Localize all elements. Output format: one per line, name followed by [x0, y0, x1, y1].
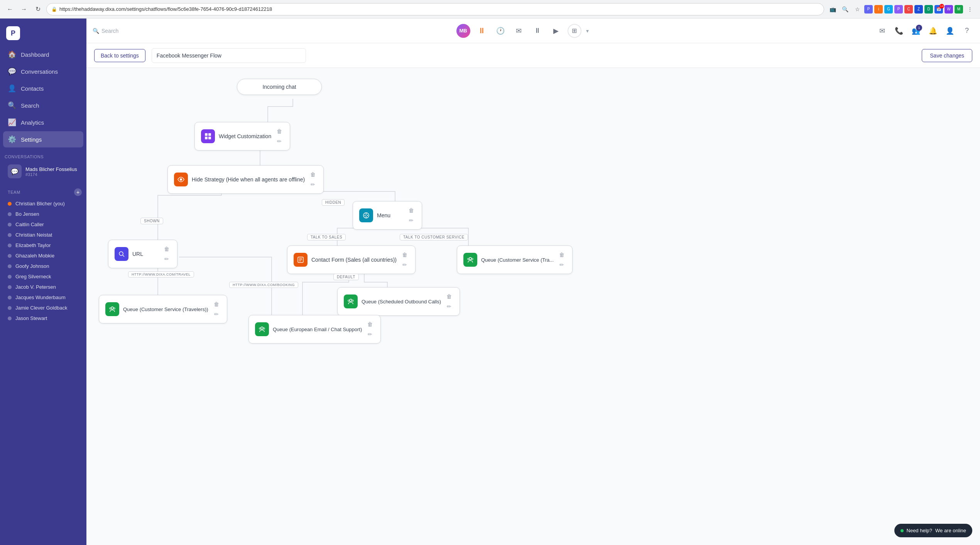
node-queue-cs-travelers-right[interactable]: Queue (Customer Service (Tra... 🗑 ✏: [457, 245, 573, 274]
team-icon-button[interactable]: 👥 1: [909, 24, 923, 38]
status-icon-button[interactable]: ⏸: [475, 24, 489, 38]
node-edit-button[interactable]: ✏: [445, 302, 453, 311]
sidebar-item-dashboard[interactable]: 🏠 Dashboard: [3, 46, 83, 63]
team-member-christian-n[interactable]: Christian Neistat: [0, 230, 86, 240]
back-to-settings-button[interactable]: Back to settings: [94, 49, 145, 62]
edge-label-hidden: HIDDEN: [322, 199, 345, 206]
forward-button[interactable]: →: [19, 4, 29, 15]
ext-5[interactable]: C: [904, 5, 913, 14]
team-member-christian[interactable]: Christian Blicher (you): [0, 198, 86, 209]
node-actions: 🗑 ✏: [162, 245, 171, 263]
sidebar-item-conversations[interactable]: 💬 Conversations: [3, 63, 83, 80]
svg-point-6: [365, 215, 366, 216]
node-contact-form[interactable]: Contact Form (Sales (all countries)) 🗑 ✏: [287, 245, 416, 274]
node-edit-button[interactable]: ✏: [407, 216, 416, 225]
svg-point-18: [471, 258, 473, 260]
node-widget-customization[interactable]: Widget Customization 🗑 ✏: [194, 122, 290, 151]
ext-2[interactable]: i: [874, 5, 883, 14]
node-queue-cs-travelers-left[interactable]: Queue (Customer Service (Travelers)) 🗑 ✏: [99, 295, 227, 323]
status-dot-offline: [8, 285, 12, 289]
node-queue-scheduled[interactable]: Queue (Scheduled Outbound Calls) 🗑 ✏: [337, 287, 460, 316]
node-label: Widget Customization: [219, 133, 271, 139]
team-member-jacques[interactable]: Jacques Wunderbaum: [0, 292, 86, 303]
back-button[interactable]: ←: [5, 4, 15, 15]
conversation-item-mads[interactable]: 💬 Mads Blicher Fosselius #3174: [3, 161, 83, 181]
cast-icon[interactable]: 📺: [827, 4, 838, 15]
node-label: Queue (Customer Service (Tra...: [481, 257, 554, 263]
star-icon[interactable]: ☆: [852, 4, 863, 15]
node-edit-button[interactable]: ✏: [309, 180, 317, 189]
search-icon-browser[interactable]: 🔍: [840, 4, 850, 15]
more-icon[interactable]: ⊞: [568, 24, 581, 38]
node-delete-button[interactable]: 🗑: [162, 245, 171, 253]
flow-canvas[interactable]: Incoming chat Widget Customization: [86, 68, 980, 545]
node-edit-button[interactable]: ✏: [275, 137, 284, 146]
node-queue-european-email[interactable]: Queue (European Email / Chat Support) 🗑 …: [248, 315, 381, 344]
widget-name-input[interactable]: [152, 48, 306, 63]
grid-icon: ⊞: [572, 27, 577, 34]
node-edit-button[interactable]: ✏: [162, 255, 171, 263]
node-delete-button[interactable]: 🗑: [366, 320, 374, 328]
team-member-jamie[interactable]: Jamie Clever Goldback: [0, 303, 86, 313]
help-icon-button[interactable]: ?: [960, 24, 974, 38]
team-member-greg[interactable]: Greg Silverneck: [0, 271, 86, 282]
node-edit-button[interactable]: ✏: [212, 310, 221, 318]
pause-icon-button[interactable]: ⏸: [531, 24, 544, 38]
node-menu[interactable]: Menu 🗑 ✏: [353, 201, 422, 230]
add-team-member-button[interactable]: +: [74, 188, 82, 196]
sidebar-item-settings[interactable]: ⚙️ Settings: [3, 131, 83, 147]
team-member-jacob[interactable]: Jacob V. Petersen: [0, 282, 86, 292]
play-icon-button[interactable]: ▶: [549, 24, 563, 38]
node-delete-button[interactable]: 🗑: [445, 292, 453, 301]
sidebar-item-label: Settings: [21, 136, 42, 143]
ext-calendar[interactable]: 📅 14: [934, 5, 943, 14]
node-incoming-chat[interactable]: Incoming chat: [237, 79, 322, 95]
node-edit-button[interactable]: ✏: [400, 261, 409, 269]
sidebar-item-search[interactable]: 🔍 Search: [3, 97, 83, 113]
team-member-caitlin[interactable]: Caitlin Caller: [0, 219, 86, 230]
ext-6[interactable]: Z: [914, 5, 923, 14]
reload-button[interactable]: ↻: [32, 4, 43, 15]
agents-icon-button[interactable]: 👤: [943, 24, 957, 38]
node-edit-button[interactable]: ✏: [558, 261, 566, 269]
ext-7[interactable]: D: [924, 5, 933, 14]
save-changes-button[interactable]: Save changes: [922, 49, 972, 62]
sidebar-item-analytics[interactable]: 📈 Analytics: [3, 114, 83, 130]
team-member-jason[interactable]: Jason Stewart: [0, 313, 86, 323]
node-delete-button[interactable]: 🗑: [309, 170, 317, 179]
topbar-avatar[interactable]: MB: [456, 24, 470, 38]
bell-icon-button[interactable]: 🔔: [926, 24, 940, 38]
svg-point-7: [367, 215, 368, 216]
email-icon-button[interactable]: ✉: [512, 24, 526, 38]
ext-4[interactable]: P: [894, 5, 903, 14]
dashboard-icon: 🏠: [8, 50, 16, 59]
sidebar-item-contacts[interactable]: 👤 Contacts: [3, 80, 83, 96]
node-delete-button[interactable]: 🗑: [400, 250, 409, 259]
team-member-elizabeth[interactable]: Elizabeth Taylor: [0, 240, 86, 250]
ext-1[interactable]: P: [864, 5, 873, 14]
chevron-down-icon[interactable]: ▾: [586, 28, 589, 34]
team-member-ghazaleh[interactable]: Ghazaleh Mobkie: [0, 250, 86, 261]
team-member-goofy[interactable]: Goofy Johnson: [0, 261, 86, 271]
team-member-bo[interactable]: Bo Jensen: [0, 209, 86, 219]
ext-8[interactable]: W: [945, 5, 953, 14]
node-delete-button[interactable]: 🗑: [407, 206, 416, 215]
clock-icon-button[interactable]: 🕐: [493, 24, 507, 38]
node-edit-button[interactable]: ✏: [366, 330, 374, 339]
ext-9[interactable]: M: [955, 5, 963, 14]
menu-dots[interactable]: ⋮: [965, 4, 975, 15]
node-delete-button[interactable]: 🗑: [558, 250, 566, 259]
node-url[interactable]: URL 🗑 ✏: [108, 240, 177, 268]
node-hide-strategy[interactable]: Hide Strategy (Hide when all agents are …: [167, 165, 324, 194]
search-area[interactable]: 🔍 Search: [93, 28, 170, 34]
mail-icon-button[interactable]: ✉: [875, 24, 889, 38]
queue-icon: [255, 322, 269, 336]
status-dot-offline: [8, 264, 12, 268]
node-delete-button[interactable]: 🗑: [212, 300, 221, 308]
ext-3[interactable]: G: [884, 5, 893, 14]
node-actions: 🗑 ✏: [212, 300, 221, 318]
phone-icon-button[interactable]: 📞: [892, 24, 906, 38]
node-delete-button[interactable]: 🗑: [275, 127, 284, 135]
help-widget[interactable]: Need help? We are online: [894, 524, 972, 537]
address-bar[interactable]: 🔒 https://thehaddaway.dixa.com/settings/…: [46, 3, 824, 15]
